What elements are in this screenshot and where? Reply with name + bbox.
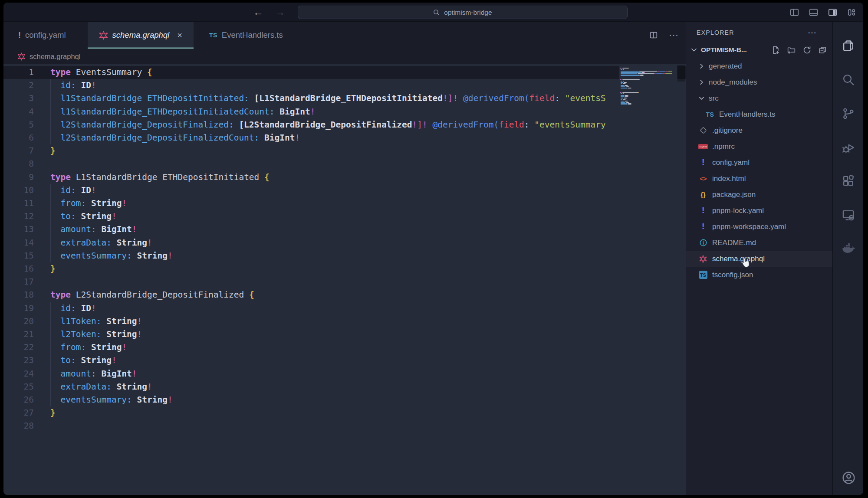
layout-panel-bottom-icon[interactable] — [809, 7, 819, 17]
code-line[interactable]: 10 id: ID! — [3, 184, 686, 197]
line-number: 17 — [3, 275, 34, 288]
code-line[interactable]: 27} — [3, 406, 686, 419]
code-line[interactable]: 18type L2StandardBridge_DepositFinalized… — [3, 288, 686, 301]
tree-file-config-yaml[interactable]: !config.yaml — [686, 154, 832, 170]
search-icon[interactable] — [842, 73, 855, 86]
code-line[interactable]: 25 extraData: String! — [3, 380, 686, 393]
code-line[interactable]: 5 l2StandardBridge_DepositFinalized: [L2… — [3, 118, 686, 131]
tree-file-tsconfig-json[interactable]: TStsconfig.json — [686, 267, 832, 283]
code-line[interactable]: 21 l2Token: String! — [3, 328, 686, 341]
split-editor-icon[interactable] — [649, 30, 658, 40]
collapse-all-icon[interactable] — [818, 46, 827, 55]
code-line[interactable]: 20 l1Token: String! — [3, 315, 686, 328]
code-line[interactable]: 7} — [3, 144, 686, 157]
code-line[interactable]: 4 l1StandardBridge_ETHDepositInitiatedCo… — [3, 105, 686, 118]
search-value: optimism-bridge — [444, 9, 492, 16]
code-line[interactable]: 16} — [3, 262, 686, 275]
title-bar: ← → optimism-bridge — [3, 3, 863, 22]
code-line[interactable]: 13 amount: BigInt! — [3, 223, 686, 236]
refresh-icon[interactable] — [802, 46, 812, 55]
line-number: 28 — [3, 419, 34, 432]
code-line[interactable]: 6 l2StandardBridge_DepositFinalizedCount… — [3, 131, 686, 144]
line-number: 22 — [3, 341, 34, 354]
breadcrumb[interactable]: schema.graphql — [3, 49, 686, 64]
code-line[interactable]: 3 l1StandardBridge_ETHDepositInitiated: … — [3, 92, 686, 105]
tree-file--gitignore[interactable]: .gitignore — [686, 122, 832, 138]
code-line[interactable]: 24 amount: BigInt! — [3, 367, 686, 380]
workspace-name: OPTIMISM-B... — [701, 46, 747, 54]
source-control-icon[interactable] — [842, 107, 855, 120]
tab-label: schema.graphql — [112, 30, 170, 40]
line-number: 9 — [3, 171, 34, 184]
git-icon — [697, 127, 709, 134]
layout-sidebar-right-filled-icon[interactable] — [828, 7, 838, 17]
back-arrow-icon[interactable]: ← — [253, 7, 263, 17]
chevron-down-icon — [690, 46, 697, 53]
line-number: 5 — [3, 118, 34, 131]
tree-file-package-json[interactable]: {}package.json — [686, 187, 832, 203]
more-actions-icon[interactable]: ⋯ — [669, 29, 679, 41]
code-line[interactable]: 1type EventsSummary { — [3, 66, 686, 79]
line-number: 14 — [3, 236, 34, 249]
tree-file-eventhandlers-ts[interactable]: TSEventHandlers.ts — [686, 106, 832, 122]
line-number: 24 — [3, 367, 34, 380]
code-line[interactable]: 22 from: String! — [3, 341, 686, 354]
code-editor[interactable]: 1type EventsSummary {2 id: ID!3 l1Standa… — [3, 64, 686, 495]
tree-folder-generated[interactable]: generated — [686, 58, 832, 74]
tab-eventhandlers-ts[interactable]: TS EventHandlers.ts — [198, 22, 294, 49]
code-line[interactable]: 12 to: String! — [3, 210, 686, 223]
readme-icon — [697, 239, 709, 247]
tree-file-pnpm-lock-yaml[interactable]: !pnpm-lock.yaml — [686, 203, 832, 219]
forward-arrow-icon[interactable]: → — [275, 7, 285, 17]
views-more-icon[interactable]: ⋯ — [808, 27, 817, 38]
docker-icon[interactable] — [842, 242, 855, 256]
code-line[interactable]: 8 — [3, 157, 686, 170]
activity-bar — [832, 22, 863, 495]
tree-item-label: package.json — [712, 190, 756, 199]
tree-item-label: .npmrc — [712, 142, 735, 151]
minimap[interactable] — [619, 64, 677, 495]
tree-file-index-html[interactable]: <>index.html — [686, 170, 832, 187]
account-icon[interactable] — [842, 471, 855, 485]
line-number: 7 — [3, 144, 34, 157]
line-number: 11 — [3, 197, 34, 210]
json-icon: {} — [697, 191, 709, 198]
close-icon[interactable]: × — [177, 30, 182, 40]
debug-icon[interactable] — [842, 141, 855, 154]
customize-layout-icon[interactable] — [847, 7, 857, 17]
code-line[interactable]: 28 — [3, 419, 686, 432]
chevron-right-icon — [697, 79, 706, 85]
workspace-section-header[interactable]: OPTIMISM-B... — [686, 42, 832, 58]
tab-config-yaml[interactable]: ! config.yaml — [7, 22, 77, 49]
files-icon[interactable] — [842, 39, 855, 52]
new-file-icon[interactable] — [771, 46, 780, 55]
new-folder-icon[interactable] — [787, 46, 796, 55]
code-line[interactable]: 11 from: String! — [3, 197, 686, 210]
code-line[interactable]: 2 id: ID! — [3, 79, 686, 92]
tree-item-label: node_modules — [709, 78, 757, 87]
graphql-icon — [17, 52, 26, 61]
code-line[interactable]: 19 id: ID! — [3, 302, 686, 315]
editor-scrollbar[interactable] — [677, 64, 686, 495]
tree-file-schema-graphql[interactable]: schema.graphql — [686, 251, 832, 267]
code-line[interactable]: 14 extraData: String! — [3, 236, 686, 249]
tree-item-label: src — [709, 94, 719, 103]
command-center-search[interactable]: optimism-bridge — [298, 6, 628, 19]
tree-folder-node-modules[interactable]: node_modules — [686, 74, 832, 90]
code-line[interactable]: 26 eventsSummary: String! — [3, 393, 686, 406]
code-line[interactable]: 9type L1StandardBridge_ETHDepositInitiat… — [3, 171, 686, 184]
remote-explorer-icon[interactable] — [842, 208, 855, 222]
extensions-icon[interactable] — [842, 174, 855, 188]
tree-file-pnpm-workspace-yaml[interactable]: !pnpm-workspace.yaml — [686, 219, 832, 235]
code-line[interactable]: 23 to: String! — [3, 354, 686, 367]
code-line[interactable]: 15 eventsSummary: String! — [3, 249, 686, 262]
code-line[interactable]: 17 — [3, 275, 686, 288]
tree-file--npmrc[interactable]: npm.npmrc — [686, 138, 832, 154]
search-icon — [433, 9, 440, 16]
tree-folder-src[interactable]: src — [686, 90, 832, 106]
layout-sidebar-left-icon[interactable] — [789, 7, 800, 17]
line-number: 19 — [3, 302, 34, 315]
line-number: 26 — [3, 393, 34, 406]
tab-schema-graphql[interactable]: schema.graphql × — [88, 22, 194, 49]
tree-file-readme-md[interactable]: README.md — [686, 235, 832, 251]
